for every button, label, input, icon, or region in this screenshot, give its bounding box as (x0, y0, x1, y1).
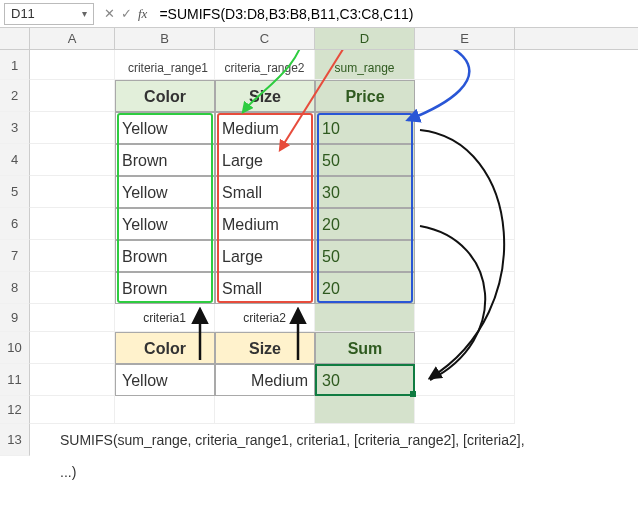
row-11: 11 Yellow Medium 30 (0, 364, 638, 396)
cell[interactable]: 30 (315, 176, 415, 208)
cell[interactable]: Small (215, 272, 315, 304)
cell[interactable]: Yellow (115, 112, 215, 144)
th2-color[interactable]: Color (115, 332, 215, 364)
row-8: 8 Brown Small 20 (0, 272, 638, 304)
cell[interactable]: Medium (215, 112, 315, 144)
row-header[interactable]: 3 (0, 112, 30, 144)
name-box-value: D11 (11, 6, 35, 21)
column-headers: A B C D E (0, 28, 638, 50)
criteria1-cell[interactable]: Yellow (115, 364, 215, 396)
label-sum-range[interactable]: sum_range (315, 50, 415, 80)
formula-input[interactable] (157, 6, 638, 22)
row-header[interactable]: 13 (0, 424, 30, 456)
cell[interactable]: Large (215, 240, 315, 272)
cell[interactable]: Small (215, 176, 315, 208)
grid: 1 criteria_range1 criteria_range2 sum_ra… (0, 50, 638, 456)
col-header-B[interactable]: B (115, 28, 215, 49)
chevron-down-icon[interactable]: ▾ (82, 8, 87, 19)
label-criteria-range1[interactable]: criteria_range1 (115, 50, 215, 80)
name-box[interactable]: D11 ▾ (4, 3, 94, 25)
cell[interactable]: Yellow (115, 208, 215, 240)
row-header[interactable]: 11 (0, 364, 30, 396)
row-header[interactable]: 1 (0, 50, 30, 80)
col-header-D[interactable]: D (315, 28, 415, 49)
sumifs-syntax[interactable]: SUMIFS(sum_range, criteria_range1, crite… (30, 424, 530, 456)
col-header-E[interactable]: E (415, 28, 515, 49)
th2-size[interactable]: Size (215, 332, 315, 364)
row-5: 5 Yellow Small 30 (0, 176, 638, 208)
row-header[interactable]: 12 (0, 396, 30, 424)
row-header[interactable]: 5 (0, 176, 30, 208)
formula-bar: D11 ▾ ✕ ✓ fx (0, 0, 638, 28)
cell[interactable]: 20 (315, 272, 415, 304)
row-header[interactable]: 9 (0, 304, 30, 332)
cell[interactable]: Brown (115, 144, 215, 176)
row-1: 1 criteria_range1 criteria_range2 sum_ra… (0, 50, 638, 80)
select-all-corner[interactable] (0, 28, 30, 49)
criteria2-cell[interactable]: Medium (215, 364, 315, 396)
cell[interactable]: Brown (115, 240, 215, 272)
row-header[interactable]: 8 (0, 272, 30, 304)
row-12: 12 (0, 396, 638, 424)
th-color[interactable]: Color (115, 80, 215, 112)
label-criteria2[interactable]: criteria2 (215, 304, 315, 332)
row-9: 9 criteria1 criteria2 (0, 304, 638, 332)
cell[interactable]: 10 (315, 112, 415, 144)
row-header[interactable]: 2 (0, 80, 30, 112)
row-header[interactable]: 6 (0, 208, 30, 240)
fx-icon[interactable]: fx (138, 6, 147, 22)
th2-sum[interactable]: Sum (315, 332, 415, 364)
row-3: 3 Yellow Medium 10 (0, 112, 638, 144)
cell[interactable]: Brown (115, 272, 215, 304)
row-header[interactable]: 4 (0, 144, 30, 176)
cell[interactable]: 50 (315, 144, 415, 176)
formula-controls: ✕ ✓ fx (104, 6, 147, 22)
row-4: 4 Brown Large 50 (0, 144, 638, 176)
row-13: 13 SUMIFS(sum_range, criteria_range1, cr… (0, 424, 638, 456)
row-7: 7 Brown Large 50 (0, 240, 638, 272)
row-header[interactable]: 10 (0, 332, 30, 364)
col-header-A[interactable]: A (30, 28, 115, 49)
row-2: 2 Color Size Price (0, 80, 638, 112)
cell[interactable]: 50 (315, 240, 415, 272)
cell[interactable]: 20 (315, 208, 415, 240)
row-6: 6 Yellow Medium 20 (0, 208, 638, 240)
cancel-icon[interactable]: ✕ (104, 6, 115, 21)
sheet-area: A B C D E 1 criteria_range1 criteria_ran… (0, 28, 638, 456)
row-10: 10 Color Size Sum (0, 332, 638, 364)
label-criteria-range2[interactable]: criteria_range2 (215, 50, 315, 80)
cell[interactable]: Yellow (115, 176, 215, 208)
accept-icon[interactable]: ✓ (121, 6, 132, 21)
th-price[interactable]: Price (315, 80, 415, 112)
label-criteria1[interactable]: criteria1 (115, 304, 215, 332)
cell[interactable]: Medium (215, 208, 315, 240)
cell[interactable]: Large (215, 144, 315, 176)
sum-result-cell[interactable]: 30 (315, 364, 415, 396)
row-header[interactable]: 7 (0, 240, 30, 272)
th-size[interactable]: Size (215, 80, 315, 112)
col-header-C[interactable]: C (215, 28, 315, 49)
